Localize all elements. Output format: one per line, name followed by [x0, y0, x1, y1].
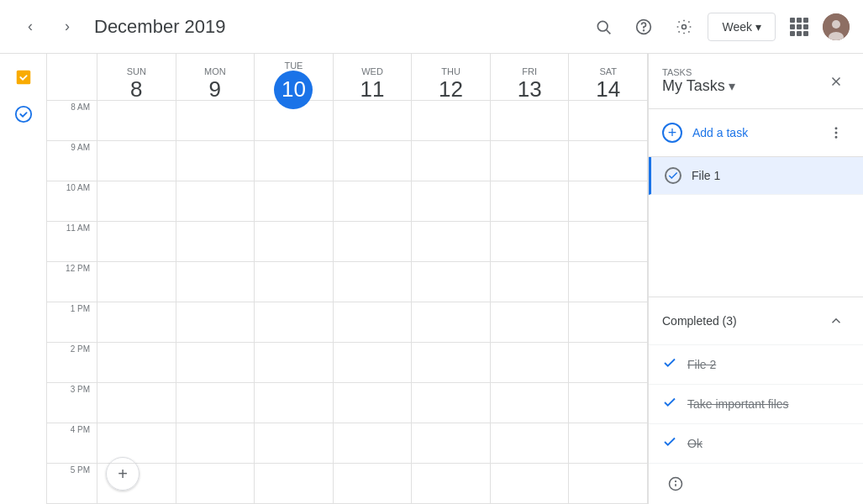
cell-day-6-hour-14[interactable]	[569, 383, 647, 423]
cell-day-2-hour-12[interactable]	[255, 302, 333, 343]
cell-day-0-hour-13[interactable]	[97, 343, 176, 383]
prev-button[interactable]: ‹	[13, 10, 47, 44]
cell-day-5-hour-16[interactable]	[491, 464, 569, 504]
cell-day-3-hour-14[interactable]	[334, 383, 412, 423]
day-col-tue[interactable]: Tak, 12:46pm	[255, 101, 334, 504]
cell-day-0-hour-14[interactable]	[97, 383, 176, 423]
cell-day-1-hour-14[interactable]	[176, 383, 255, 423]
cell-day-0-hour-11[interactable]	[97, 262, 176, 302]
completed-item-3[interactable]: Ok	[649, 424, 863, 464]
cell-day-3-hour-16[interactable]	[334, 464, 412, 504]
cell-day-1-hour-10[interactable]	[176, 222, 255, 262]
cell-day-5-hour-10[interactable]	[491, 222, 569, 262]
cell-day-5-hour-7[interactable]	[491, 101, 569, 141]
help-button[interactable]	[627, 10, 660, 44]
cell-day-0-hour-7[interactable]	[97, 101, 176, 141]
cell-day-4-hour-15[interactable]	[412, 423, 490, 464]
cell-day-0-hour-8[interactable]	[97, 141, 176, 181]
cell-day-6-hour-10[interactable]	[569, 222, 647, 262]
cell-day-1-hour-15[interactable]	[176, 423, 255, 464]
cell-day-5-hour-11[interactable]	[491, 262, 569, 302]
cell-day-4-hour-12[interactable]	[412, 302, 490, 343]
cell-day-0-hour-12[interactable]	[97, 302, 176, 343]
cell-day-5-hour-13[interactable]	[491, 343, 569, 383]
cell-day-3-hour-8[interactable]	[334, 141, 412, 181]
cell-day-4-hour-11[interactable]	[412, 262, 490, 302]
cell-day-6-hour-13[interactable]	[569, 343, 647, 383]
add-task-icon: +	[662, 123, 682, 143]
cell-day-5-hour-9[interactable]	[491, 181, 569, 222]
day-col-fri[interactable]	[491, 101, 570, 504]
cell-day-6-hour-11[interactable]	[569, 262, 647, 302]
cell-day-2-hour-8[interactable]	[255, 141, 333, 181]
cell-day-6-hour-9[interactable]	[569, 181, 647, 222]
add-task-row[interactable]: + Add a task	[649, 109, 863, 157]
settings-button[interactable]	[667, 10, 701, 44]
cell-day-0-hour-15[interactable]	[97, 423, 176, 464]
cell-day-5-hour-12[interactable]	[491, 302, 569, 343]
cell-day-3-hour-13[interactable]	[334, 343, 412, 383]
cell-day-2-hour-13[interactable]	[255, 343, 333, 383]
cell-day-2-hour-7[interactable]	[255, 101, 333, 141]
task-checkbox[interactable]	[665, 167, 681, 184]
avatar[interactable]	[823, 13, 850, 40]
day-col-sun[interactable]	[97, 101, 176, 504]
cell-day-6-hour-8[interactable]	[569, 141, 647, 181]
cell-day-3-hour-11[interactable]	[334, 262, 412, 302]
search-button[interactable]	[587, 10, 620, 44]
completed-item-2[interactable]: Take important files	[649, 385, 863, 424]
tasks-tab-button[interactable]	[7, 97, 40, 131]
cell-day-6-hour-7[interactable]	[569, 101, 647, 141]
completed-item-1[interactable]: File 2	[649, 345, 863, 385]
day-col-thu[interactable]	[412, 101, 491, 504]
cell-day-3-hour-9[interactable]	[334, 181, 412, 222]
add-task-more-button[interactable]	[823, 119, 850, 146]
cell-day-4-hour-10[interactable]	[412, 222, 490, 262]
cell-day-1-hour-13[interactable]	[176, 343, 255, 383]
info-button[interactable]	[662, 470, 689, 497]
cell-day-1-hour-16[interactable]	[176, 464, 255, 504]
cell-day-0-hour-10[interactable]	[97, 222, 176, 262]
day-col-mon[interactable]	[176, 101, 255, 504]
sidebar-dropdown[interactable]: ▾	[729, 78, 735, 94]
cell-day-3-hour-10[interactable]	[334, 222, 412, 262]
cell-day-4-hour-16[interactable]	[412, 464, 490, 504]
add-event-fab[interactable]: +	[106, 457, 139, 491]
cell-day-1-hour-12[interactable]	[176, 302, 255, 343]
cell-day-4-hour-8[interactable]	[412, 141, 490, 181]
cell-day-4-hour-7[interactable]	[412, 101, 490, 141]
cell-day-4-hour-14[interactable]	[412, 383, 490, 423]
cell-day-5-hour-15[interactable]	[491, 423, 569, 464]
cell-day-3-hour-12[interactable]	[334, 302, 412, 343]
cell-day-4-hour-13[interactable]	[412, 343, 490, 383]
tasks-icon-button[interactable]	[7, 60, 40, 94]
apps-button[interactable]	[782, 10, 816, 44]
cell-day-2-hour-14[interactable]	[255, 383, 333, 423]
sidebar-close-button[interactable]	[823, 68, 850, 95]
next-button[interactable]: ›	[50, 10, 84, 44]
cell-day-5-hour-8[interactable]	[491, 141, 569, 181]
cell-day-6-hour-12[interactable]	[569, 302, 647, 343]
view-selector[interactable]: Week ▾	[708, 13, 776, 41]
cell-day-2-hour-11[interactable]	[255, 262, 333, 302]
cell-day-6-hour-16[interactable]	[569, 464, 647, 504]
cell-day-2-hour-16[interactable]	[255, 464, 333, 504]
cell-day-3-hour-15[interactable]	[334, 423, 412, 464]
task-item[interactable]: File 1	[649, 157, 863, 195]
cell-day-1-hour-11[interactable]	[176, 262, 255, 302]
completed-toggle-button[interactable]	[823, 307, 850, 334]
cell-day-2-hour-9[interactable]	[255, 181, 333, 222]
completed-section-header[interactable]: Completed (3)	[649, 297, 863, 344]
cell-day-6-hour-15[interactable]	[569, 423, 647, 464]
day-col-sat[interactable]	[569, 101, 648, 504]
day-col-wed[interactable]	[334, 101, 413, 504]
cell-day-5-hour-14[interactable]	[491, 383, 569, 423]
cell-day-1-hour-7[interactable]	[176, 101, 255, 141]
cell-day-4-hour-9[interactable]	[412, 181, 490, 222]
cell-day-2-hour-15[interactable]	[255, 423, 333, 464]
cell-day-3-hour-7[interactable]	[334, 101, 412, 141]
cell-day-2-hour-10[interactable]	[255, 222, 333, 262]
cell-day-1-hour-9[interactable]	[176, 181, 255, 222]
cell-day-0-hour-9[interactable]	[97, 181, 176, 222]
cell-day-1-hour-8[interactable]	[176, 141, 255, 181]
